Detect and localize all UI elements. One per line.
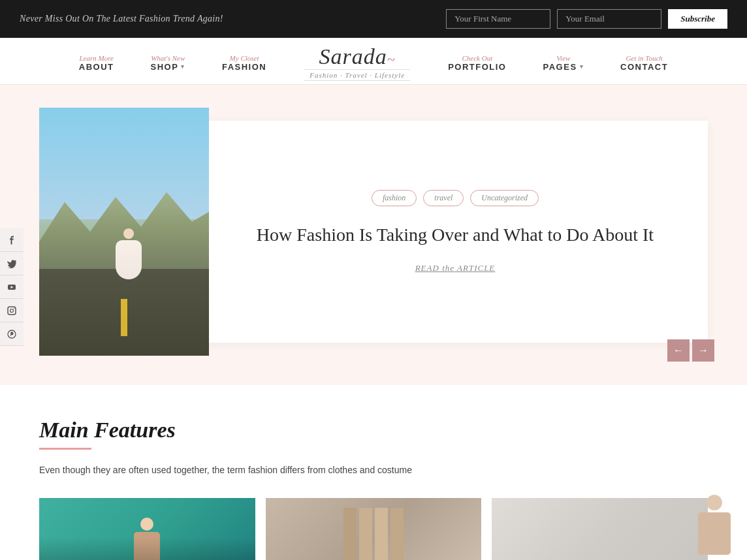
logo-tagline: Fashion · Travel · Lifestyle xyxy=(304,69,410,81)
slider-next-button[interactable]: → xyxy=(692,339,714,362)
svg-point-4 xyxy=(14,307,14,308)
nav-item-fashion[interactable]: My Closet FASHION xyxy=(204,54,285,72)
nav-sub-pages: View xyxy=(543,54,584,62)
twitter-icon[interactable] xyxy=(0,252,24,275)
facebook-icon[interactable] xyxy=(0,228,24,252)
shop-chevron-icon: ▾ xyxy=(181,63,185,70)
svg-point-3 xyxy=(10,309,14,312)
top-bar: Never Miss Out On The Latest Fashion Tre… xyxy=(0,0,747,38)
logo[interactable]: Sarada~ Fashion · Travel · Lifestyle xyxy=(285,44,430,81)
nav-main-portfolio: PORTFOLIO xyxy=(448,62,506,72)
nav-item-shop[interactable]: What's New SHOP ▾ xyxy=(133,54,204,72)
tag-travel[interactable]: travel xyxy=(423,190,464,206)
subscribe-form: Subscribe xyxy=(446,9,727,29)
nav-main-contact: CONTACT xyxy=(620,62,668,72)
nav-main-shop: SHOP ▾ xyxy=(151,62,185,72)
logo-brand: Sarada~ xyxy=(304,44,410,69)
pages-chevron-icon: ▾ xyxy=(580,63,584,70)
pinterest-icon[interactable] xyxy=(0,322,24,346)
nav-item-pages[interactable]: View PAGES ▾ xyxy=(525,54,603,72)
features-title: Main Features xyxy=(39,418,708,443)
youtube-icon[interactable] xyxy=(0,275,24,299)
hero-read-link[interactable]: READ the ARTICLE xyxy=(415,263,496,273)
features-description: Even though they are often used together… xyxy=(39,463,708,478)
nav-main-pages: PAGES ▾ xyxy=(543,62,584,72)
features-images xyxy=(39,498,708,560)
subscribe-button[interactable]: Subscribe xyxy=(668,9,727,29)
nav-sub-portfolio: Check Out xyxy=(448,54,506,62)
main-nav: Learn More ABOUT What's New SHOP ▾ My Cl… xyxy=(0,38,747,85)
feature-image-3 xyxy=(492,498,708,560)
svg-rect-2 xyxy=(8,307,16,315)
nav-item-contact[interactable]: Get in Touch CONTACT xyxy=(602,54,686,72)
features-section: Main Features Even though they are often… xyxy=(0,385,747,560)
nav-sub-contact: Get in Touch xyxy=(620,54,668,62)
nav-main-about: ABOUT xyxy=(79,62,114,72)
nav-sub-fashion: My Closet xyxy=(222,54,266,62)
nav-sub-shop: What's New xyxy=(151,54,185,62)
hero-content-card: fashion travel Uncategorized How Fashion… xyxy=(183,121,708,343)
tag-uncategorized[interactable]: Uncategorized xyxy=(470,190,539,206)
nav-sub-about: Learn More xyxy=(79,54,114,62)
nav-item-about[interactable]: Learn More ABOUT xyxy=(61,54,133,72)
features-underline xyxy=(39,448,91,450)
logo-curl-icon: ~ xyxy=(387,51,396,67)
feature-image-2 xyxy=(266,498,482,560)
hero-section: fashion travel Uncategorized How Fashion… xyxy=(0,85,747,385)
email-input[interactable] xyxy=(557,9,661,29)
instagram-icon[interactable] xyxy=(0,299,24,322)
tag-fashion[interactable]: fashion xyxy=(372,190,417,206)
nav-main-fashion: FASHION xyxy=(222,62,266,72)
firstname-input[interactable] xyxy=(446,9,550,29)
slider-prev-button[interactable]: ← xyxy=(667,339,690,362)
hero-image-container xyxy=(39,108,209,356)
hero-image xyxy=(39,108,209,356)
hero-tags: fashion travel Uncategorized xyxy=(372,190,539,206)
hero-title: How Fashion Is Taking Over and What to D… xyxy=(257,222,654,247)
slider-controls: ← → xyxy=(667,339,714,362)
social-sidebar xyxy=(0,228,24,346)
nav-item-portfolio[interactable]: Check Out PORTFOLIO xyxy=(430,54,524,72)
feature-image-1 xyxy=(39,498,255,560)
top-bar-message: Never Miss Out On The Latest Fashion Tre… xyxy=(20,14,223,24)
